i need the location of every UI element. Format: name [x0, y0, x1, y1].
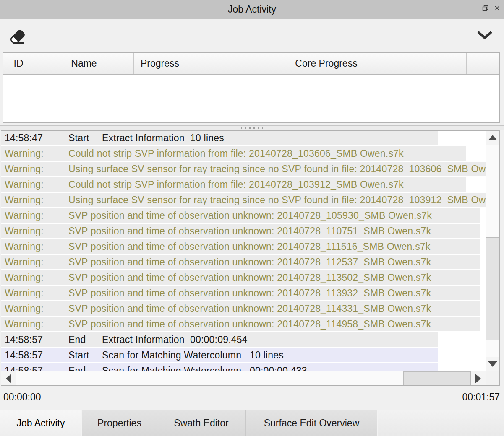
close-panel-button[interactable] — [493, 4, 501, 12]
log-severity: Warning: — [1, 148, 68, 159]
log-event: End — [68, 334, 102, 345]
tab-surface-edit-overview[interactable]: Surface Edit Overview — [245, 410, 378, 436]
log-row[interactable]: Warning:Using surface SV sensor for ray … — [1, 193, 486, 207]
splitter-handle[interactable] — [0, 125, 504, 130]
log-row[interactable]: 14:58:57EndExtract Information 00:00:09.… — [1, 332, 438, 347]
log-message: Could not strip SVP information from fil… — [68, 179, 404, 190]
log-event: End — [68, 365, 102, 371]
splitter-dot — [253, 127, 255, 129]
log-message: SVP position and time of observation unk… — [68, 288, 431, 299]
log-row[interactable]: Warning:SVP position and time of observa… — [1, 208, 480, 223]
log-row[interactable]: Warning:SVP position and time of observa… — [1, 255, 480, 269]
bottom-tab-bar: Job ActivityPropertiesSwath EditorSurfac… — [0, 410, 504, 436]
log-timestamp: 14:58:57 — [1, 334, 68, 345]
log-message: SVP position and time of observation unk… — [68, 241, 431, 252]
horizontal-scrollbar[interactable] — [1, 371, 486, 385]
splitter-dot — [249, 127, 251, 129]
float-icon — [482, 5, 488, 11]
float-panel-button[interactable] — [481, 4, 489, 12]
log-timestamp: 14:58:57 — [1, 350, 68, 361]
log-severity: Warning: — [1, 241, 68, 252]
eraser-icon — [9, 26, 29, 46]
status-row: 00:00:00 00:01:57 — [0, 386, 504, 410]
horizontal-scrollbar-thumb[interactable] — [403, 371, 472, 385]
log-severity: Warning: — [1, 288, 68, 299]
log-severity: Warning: — [1, 179, 68, 190]
log-severity: Warning: — [1, 164, 68, 175]
vertical-scrollbar[interactable] — [486, 131, 499, 371]
toolbar — [0, 19, 504, 52]
log-row[interactable]: Warning:SVP position and time of observa… — [1, 286, 480, 300]
column-header-core-progress[interactable]: Core Progress — [186, 53, 467, 74]
scroll-right-button[interactable] — [470, 371, 486, 385]
log-message: SVP position and time of observation unk… — [68, 303, 431, 314]
log-message: Extract Information 10 lines — [102, 132, 224, 144]
panel-titlebar: Job Activity — [0, 0, 504, 19]
log-message: SVP position and time of observation unk… — [68, 257, 431, 268]
jobs-table: IDNameProgressCore Progress — [3, 52, 500, 123]
scroll-down-button[interactable] — [486, 357, 499, 371]
close-icon — [494, 5, 500, 11]
log-severity: Warning: — [1, 210, 68, 221]
log-message: Using surface SV sensor for ray tracing … — [68, 195, 486, 206]
log-message: Extract Information 00:00:09.454 — [102, 334, 248, 345]
log-event: Start — [68, 350, 102, 361]
jobs-table-body[interactable] — [3, 75, 499, 122]
clear-log-button[interactable] — [8, 24, 31, 47]
log-row[interactable]: Warning:SVP position and time of observa… — [1, 224, 480, 238]
vertical-scrollbar-thumb[interactable] — [486, 237, 499, 340]
log-severity: Warning: — [1, 257, 68, 268]
log-row[interactable]: Warning:SVP position and time of observa… — [1, 239, 480, 254]
right-arrow-icon — [475, 374, 481, 383]
log-row[interactable]: 14:58:47StartExtract Information 10 line… — [1, 131, 438, 145]
log-severity: Warning: — [1, 195, 68, 206]
log-row[interactable]: Warning:Could not strip SVP information … — [1, 146, 466, 161]
log-row[interactable]: Warning:SVP position and time of observa… — [1, 270, 480, 285]
log-message: Scan for Matching Watercolumn 00:00:00.4… — [102, 365, 307, 371]
log-message: Scan for Matching Watercolumn 10 lines — [102, 350, 284, 361]
log-list[interactable]: 14:58:47StartExtract Information 10 line… — [1, 131, 486, 371]
splitter-dot — [245, 127, 246, 129]
tab-properties[interactable]: Properties — [82, 410, 157, 436]
tab-label: Job Activity — [16, 418, 65, 429]
tab-job-activity[interactable]: Job Activity — [0, 410, 82, 436]
tab-label: Surface Edit Overview — [264, 418, 360, 429]
up-arrow-icon — [488, 135, 497, 140]
scrollbar-corner — [486, 371, 499, 385]
column-header-name[interactable]: Name — [34, 53, 134, 74]
log-row[interactable]: Warning:Using surface SV sensor for ray … — [1, 162, 486, 176]
splitter-dot — [241, 127, 242, 129]
expand-toolbar-button[interactable] — [475, 29, 494, 42]
log-row[interactable]: 14:58:57EndScan for Matching Watercolumn… — [1, 363, 438, 371]
column-header-progress[interactable]: Progress — [134, 53, 186, 74]
log-message: Could not strip SVP information from fil… — [68, 148, 404, 159]
log-row[interactable]: Warning:SVP position and time of observa… — [1, 301, 480, 316]
log-row[interactable]: Warning:SVP position and time of observa… — [1, 317, 480, 331]
log-severity: Warning: — [1, 226, 68, 237]
log-message: SVP position and time of observation unk… — [68, 226, 431, 237]
panel-title: Job Activity — [228, 4, 276, 15]
log-row[interactable]: 14:58:57StartScan for Matching Watercolu… — [1, 348, 438, 362]
tab-label: Properties — [97, 418, 141, 429]
column-header-id[interactable]: ID — [3, 53, 34, 74]
tab-swath-editor[interactable]: Swath Editor — [157, 410, 245, 436]
log-severity: Warning: — [1, 319, 68, 330]
log-event: Start — [68, 132, 102, 144]
job-log: 14:58:47StartExtract Information 10 line… — [1, 130, 500, 386]
chevron-down-icon — [477, 31, 492, 40]
elapsed-time-left: 00:00:00 — [3, 392, 41, 403]
jobs-table-header: IDNameProgressCore Progress — [3, 53, 499, 75]
log-message: Using surface SV sensor for ray tracing … — [68, 164, 486, 175]
log-row[interactable]: Warning:Could not strip SVP information … — [1, 177, 466, 192]
down-arrow-icon — [488, 361, 497, 367]
log-severity: Warning: — [1, 303, 68, 314]
log-timestamp: 14:58:47 — [1, 132, 68, 144]
job-activity-panel: Job Activity — [0, 0, 504, 436]
log-message: SVP position and time of observation unk… — [68, 210, 432, 221]
log-message: SVP position and time of observation unk… — [68, 319, 431, 330]
scroll-left-button[interactable] — [1, 371, 16, 385]
scroll-up-button[interactable] — [486, 131, 499, 145]
column-header-spacer[interactable] — [467, 53, 499, 74]
log-severity: Warning: — [1, 272, 68, 283]
elapsed-time-right: 00:01:57 — [462, 392, 500, 403]
